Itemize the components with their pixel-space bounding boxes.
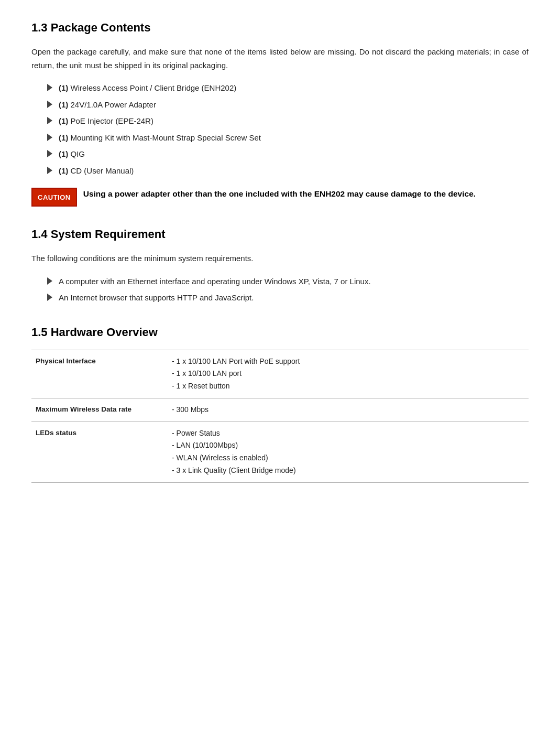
hw-value: - 300 Mbps: [168, 398, 529, 422]
section-14-title: 1.4 System Requirement: [31, 228, 529, 241]
hw-value: - 1 x 10/100 LAN Port with PoE support- …: [168, 350, 529, 398]
list-item: An Internet browser that supports HTTP a…: [47, 291, 529, 305]
list-item-text: (1) 24V/1.0A Power Adapter: [59, 98, 156, 112]
hw-label: Physical Interface: [31, 350, 168, 398]
list-item: (1) QIG: [47, 147, 529, 161]
package-items-list: (1) Wireless Access Point / Client Bridg…: [31, 81, 529, 177]
caution-badge: CAUTION: [31, 188, 77, 207]
list-item: (1) Wireless Access Point / Client Bridg…: [47, 81, 529, 95]
hw-value-line: - LAN (10/100Mbps): [172, 439, 524, 452]
list-item-text: An Internet browser that supports HTTP a…: [59, 291, 254, 305]
bullet-arrow-icon: [47, 84, 52, 91]
list-item: (1) 24V/1.0A Power Adapter: [47, 98, 529, 112]
hw-value-line: - Power Status: [172, 427, 524, 440]
hw-value-line: - 3 x Link Quality (Client Bridge mode): [172, 465, 524, 477]
bullet-arrow-icon: [47, 150, 52, 157]
list-item-text: (1) CD (User Manual): [59, 164, 134, 178]
list-item-text: A computer with an Ethernet interface an…: [59, 275, 371, 288]
list-item: (1) CD (User Manual): [47, 164, 529, 178]
list-item-text: (1) PoE Injector (EPE-24R): [59, 114, 153, 128]
table-row: Maximum Wireless Data rate- 300 Mbps: [31, 398, 529, 422]
caution-message: Using a power adapter other than the one…: [83, 188, 476, 201]
list-item-text: (1) Wireless Access Point / Client Bridg…: [59, 81, 236, 95]
bullet-arrow-icon: [47, 117, 52, 124]
section-13: 1.3 Package Contents Open the package ca…: [31, 21, 529, 207]
hw-value-line: - WLAN (Wireless is enabled): [172, 452, 524, 465]
section-14-body: The following conditions are the minimum…: [31, 252, 529, 265]
hw-label: LEDs status: [31, 422, 168, 482]
list-item: (1) Mounting Kit with Mast-Mount Strap S…: [47, 131, 529, 145]
section-15-title: 1.5 Hardware Overview: [31, 326, 529, 339]
hw-value-line: - 300 Mbps: [172, 404, 524, 416]
bullet-arrow-icon: [47, 277, 52, 285]
hw-label: Maximum Wireless Data rate: [31, 398, 168, 422]
section-15: 1.5 Hardware Overview Physical Interface…: [31, 326, 529, 483]
bullet-arrow-icon: [47, 294, 52, 301]
system-req-list: A computer with an Ethernet interface an…: [31, 275, 529, 305]
caution-row: CAUTION Using a power adapter other than…: [31, 188, 529, 207]
list-item-text: (1) Mounting Kit with Mast-Mount Strap S…: [59, 131, 261, 145]
section-14: 1.4 System Requirement The following con…: [31, 228, 529, 305]
section-13-body: Open the package carefully, and make sur…: [31, 45, 529, 72]
list-item: A computer with an Ethernet interface an…: [47, 275, 529, 288]
bullet-arrow-icon: [47, 101, 52, 108]
table-row: Physical Interface- 1 x 10/100 LAN Port …: [31, 350, 529, 398]
table-row: LEDs status- Power Status- LAN (10/100Mb…: [31, 422, 529, 482]
section-13-title: 1.3 Package Contents: [31, 21, 529, 35]
list-item-text: (1) QIG: [59, 147, 85, 161]
hw-value-line: - 1 x 10/100 LAN Port with PoE support: [172, 355, 524, 368]
hardware-overview-table: Physical Interface- 1 x 10/100 LAN Port …: [31, 350, 529, 483]
list-item: (1) PoE Injector (EPE-24R): [47, 114, 529, 128]
hw-value-line: - 1 x Reset button: [172, 380, 524, 393]
bullet-arrow-icon: [47, 134, 52, 141]
bullet-arrow-icon: [47, 167, 52, 174]
hw-value-line: - 1 x 10/100 LAN port: [172, 368, 524, 380]
hw-value: - Power Status- LAN (10/100Mbps)- WLAN (…: [168, 422, 529, 482]
